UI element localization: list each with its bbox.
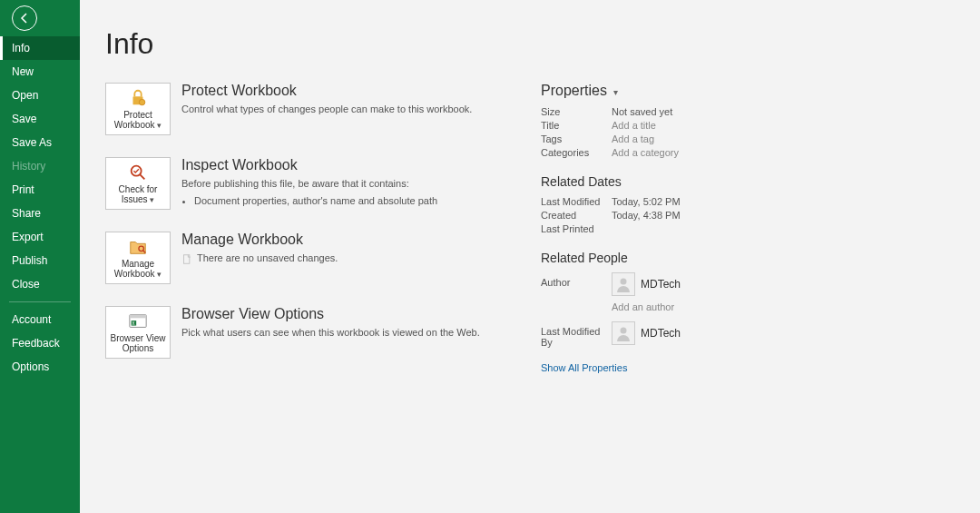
inspect-block: Check for Issues ▾ Inspect Workbook Befo… (105, 157, 541, 210)
protect-title: Protect Workbook (181, 83, 472, 99)
browser-view-options-button[interactable]: X Browser View Options (105, 306, 171, 359)
protect-body: Protect Workbook Control what types of c… (181, 83, 472, 135)
nav-divider (9, 301, 71, 302)
prop-title-value[interactable]: Add a title (612, 120, 656, 131)
svg-point-1 (139, 99, 144, 104)
inspect-button-label: Check for Issues ▾ (106, 184, 170, 205)
nav-print[interactable]: Print (0, 178, 80, 202)
manage-caption: There are no unsaved changes. (181, 252, 338, 265)
svg-rect-8 (130, 315, 146, 319)
nav-publish[interactable]: Publish (0, 249, 80, 272)
related-people-heading: Related People (541, 251, 955, 265)
inspect-body: Inspect Workbook Before publishing this … (181, 157, 437, 210)
nav-options[interactable]: Options (0, 355, 80, 379)
browser-title: Browser View Options (181, 306, 480, 322)
last-modified-value: Today, 5:02 PM (612, 196, 681, 207)
svg-text:X: X (132, 321, 135, 326)
prop-title: TitleAdd a title (541, 120, 955, 131)
protect-workbook-button[interactable]: Protect Workbook ▾ (105, 83, 171, 135)
date-last-printed: Last Printed (541, 223, 955, 234)
manage-block: Manage Workbook ▾ Manage Workbook There … (105, 232, 541, 284)
date-last-modified: Last ModifiedToday, 5:02 PM (541, 196, 955, 207)
content: Protect Workbook ▾ Protect Workbook Cont… (105, 83, 955, 380)
person-icon (615, 276, 632, 292)
show-all-properties-link[interactable]: Show All Properties (541, 362, 627, 373)
related-dates-heading: Related Dates (541, 174, 955, 189)
page-title: Info (105, 27, 955, 61)
inspect-title: Inspect Workbook (181, 157, 437, 173)
last-modified-by-avatar (612, 321, 635, 345)
browser-button-label: Browser View Options (106, 333, 170, 353)
nav-close[interactable]: Close (0, 272, 80, 296)
nav-primary: Info New Open Save Save As History Print… (0, 36, 80, 296)
properties-heading[interactable]: Properties ▾ (541, 83, 955, 99)
info-left-column: Protect Workbook ▾ Protect Workbook Cont… (105, 83, 541, 380)
browser-body: Browser View Options Pick what users can… (181, 306, 480, 359)
manage-button-label: Manage Workbook ▾ (106, 259, 170, 280)
lock-icon (128, 88, 148, 108)
main-area: Info Protect Workbook ▾ Protect Workbook… (80, 0, 980, 513)
prop-tags: TagsAdd a tag (541, 133, 955, 144)
prop-size: SizeNot saved yet (541, 106, 955, 117)
nav-save-as[interactable]: Save As (0, 131, 80, 154)
svg-point-12 (621, 328, 627, 334)
add-author-link[interactable]: Add an author (612, 301, 955, 312)
folder-search-icon (128, 237, 148, 257)
prop-size-value: Not saved yet (612, 106, 672, 117)
nav-history: History (0, 154, 80, 178)
protect-block: Protect Workbook ▾ Protect Workbook Cont… (105, 83, 541, 135)
author-avatar (612, 272, 635, 296)
nav-share[interactable]: Share (0, 202, 80, 225)
svg-rect-6 (184, 254, 190, 262)
document-icon (181, 254, 193, 264)
author-name[interactable]: MDTech (641, 272, 681, 296)
nav-save[interactable]: Save (0, 107, 80, 131)
back-button[interactable] (12, 5, 37, 31)
nav-secondary: Account Feedback Options (0, 308, 80, 379)
info-right-column: Properties ▾ SizeNot saved yet TitleAdd … (541, 83, 955, 380)
nav-open[interactable]: Open (0, 84, 80, 107)
last-modified-by-name: MDTech (641, 321, 681, 345)
nav-feedback[interactable]: Feedback (0, 331, 80, 355)
prop-tags-value[interactable]: Add a tag (612, 133, 654, 144)
manage-body: Manage Workbook There are no unsaved cha… (181, 232, 338, 284)
backstage-sidebar: Info New Open Save Save As History Print… (0, 0, 80, 513)
nav-info[interactable]: Info (0, 36, 80, 60)
browser-block: X Browser View Options Browser View Opti… (105, 306, 541, 359)
nav-new[interactable]: New (0, 60, 80, 84)
inspect-list: Document properties, author's name and a… (194, 194, 437, 208)
manage-workbook-button[interactable]: Manage Workbook ▾ (105, 232, 171, 284)
svg-point-11 (621, 279, 627, 285)
inspect-list-item: Document properties, author's name and a… (194, 194, 437, 208)
inspect-caption: Before publishing this file, be aware th… (181, 177, 437, 191)
browser-caption: Pick what users can see when this workbo… (181, 326, 480, 340)
nav-account[interactable]: Account (0, 308, 80, 331)
last-modified-by-row: Last Modified By MDTech (541, 321, 955, 348)
manage-title: Manage Workbook (181, 232, 338, 248)
nav-export[interactable]: Export (0, 225, 80, 249)
protect-caption: Control what types of changes people can… (181, 103, 472, 116)
browser-icon: X (128, 311, 148, 331)
prop-categories: CategoriesAdd a category (541, 147, 955, 158)
svg-line-3 (140, 173, 145, 179)
prop-categories-value[interactable]: Add a category (612, 147, 679, 158)
back-arrow-icon (18, 12, 31, 25)
author-row: Author MDTech (541, 272, 955, 296)
protect-button-label: Protect Workbook ▾ (106, 110, 170, 131)
person-icon (615, 325, 632, 341)
date-created: CreatedToday, 4:38 PM (541, 210, 955, 221)
inspect-icon (128, 163, 148, 183)
check-for-issues-button[interactable]: Check for Issues ▾ (105, 157, 171, 210)
created-value: Today, 4:38 PM (612, 210, 681, 221)
